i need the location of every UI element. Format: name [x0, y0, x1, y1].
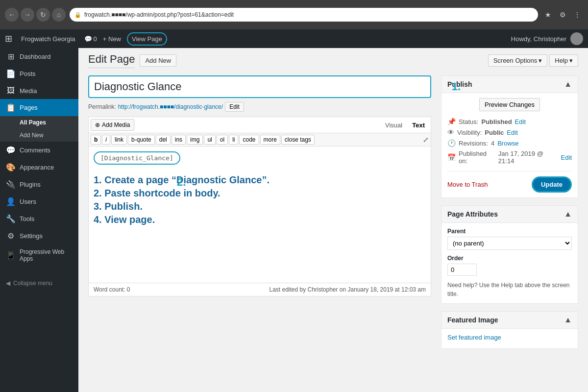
- site-name-link[interactable]: Frogwatch Georgia: [18, 29, 78, 48]
- featured-image-toggle[interactable]: ▲: [564, 316, 572, 324]
- star-button[interactable]: ★: [542, 9, 554, 21]
- update-button[interactable]: Update: [532, 176, 572, 193]
- sidebar-item-settings[interactable]: ⚙ Settings: [0, 227, 78, 245]
- shortcode-content: [Diagnostic_Glance]: [94, 151, 180, 165]
- posts-icon: 📄: [6, 69, 16, 78]
- close-tags-button[interactable]: close tags: [281, 135, 315, 145]
- annotation-label-2: 2.: [177, 176, 186, 189]
- sidebar-item-pwa[interactable]: 📱 Progressive Web Apps: [0, 245, 78, 266]
- img-button[interactable]: img: [187, 135, 203, 145]
- visibility-edit-link[interactable]: Edit: [507, 129, 517, 136]
- screen-options-button[interactable]: Screen Options ▾: [488, 54, 548, 67]
- comments-icon-bar: 💬 0: [84, 35, 97, 43]
- parent-label: Parent: [447, 228, 572, 235]
- sidebar-item-plugins[interactable]: 🔌 Plugins: [0, 176, 78, 193]
- expand-editor-button[interactable]: ⤢: [423, 136, 429, 144]
- sidebar-item-posts[interactable]: 📄 Posts: [0, 65, 78, 82]
- instruction-1: 1. Create a page “Diagnostic Glance”.: [94, 174, 426, 186]
- revisions-label: Revisions:: [459, 140, 488, 147]
- text-tab-button[interactable]: Text: [408, 120, 429, 131]
- comments-icon: 💬: [6, 146, 16, 155]
- parent-select[interactable]: (no parent): [447, 237, 572, 250]
- side-panels: Publish ▲ Preview Changes 📌 Status: Publ…: [441, 75, 578, 356]
- published-on-row: 📅 Published on: Jan 17, 2019 @ 21:14 Edi…: [447, 148, 572, 166]
- revisions-browse-link[interactable]: Browse: [497, 140, 518, 147]
- page-attributes-title: Page Attributes: [447, 210, 498, 218]
- page-attributes-panel-header[interactable]: Page Attributes ▲: [441, 206, 578, 223]
- help-button[interactable]: Help ▾: [549, 54, 578, 67]
- blockquote-button[interactable]: b-quote: [128, 135, 155, 145]
- publish-panel-header[interactable]: Publish ▲: [441, 76, 578, 93]
- li-button[interactable]: li: [229, 135, 238, 145]
- sidebar-item-comments[interactable]: 💬 Comments: [0, 142, 78, 159]
- sidebar-item-tools[interactable]: 🔧 Tools: [0, 210, 78, 227]
- browser-actions: ★ ⚙ ⋮: [542, 9, 583, 21]
- sidebar-submenu-add-new[interactable]: Add New: [0, 129, 78, 142]
- page-attributes-panel: Page Attributes ▲ Parent (no parent) Ord…: [441, 205, 578, 304]
- menu-button[interactable]: ⋮: [571, 9, 583, 21]
- refresh-button[interactable]: ↻: [36, 8, 50, 22]
- revisions-row: 🕐 Revisions: 4 Browse: [447, 138, 572, 148]
- add-media-button[interactable]: ⊕ Add Media: [91, 119, 134, 131]
- order-form-row: Order: [447, 255, 572, 276]
- url-text: frogwatch.■■■■/wp-admin/post.php?post=61…: [84, 11, 533, 18]
- page-title: Edit Page: [88, 53, 135, 68]
- sidebar-item-pages[interactable]: 📋 Pages: [0, 99, 78, 116]
- ol-button[interactable]: ol: [217, 135, 228, 145]
- publish-panel-toggle[interactable]: ▲: [564, 80, 572, 89]
- wp-logo-icon: ⊞: [5, 33, 12, 44]
- more-button[interactable]: more: [260, 135, 280, 145]
- move-to-trash-link[interactable]: Move to Trash: [447, 181, 488, 188]
- del-button[interactable]: del: [156, 135, 171, 145]
- sidebar-item-dashboard[interactable]: ⊞ Dashboard: [0, 48, 78, 65]
- back-button[interactable]: ←: [5, 8, 19, 22]
- pages-submenu: All Pages Add New: [0, 116, 78, 142]
- permalink-link[interactable]: http://frogwatch.■■■■/diagnostic-glance/: [118, 103, 223, 110]
- page-attributes-toggle[interactable]: ▲: [564, 210, 572, 219]
- status-edit-link[interactable]: Edit: [515, 118, 526, 125]
- sidebar-item-media[interactable]: 🖼 Media: [0, 82, 78, 99]
- bold-button[interactable]: b: [91, 135, 101, 145]
- ul-button[interactable]: ul: [204, 135, 215, 145]
- address-bar[interactable]: 🔒 frogwatch.■■■■/wp-admin/post.php?post=…: [70, 8, 538, 22]
- ins-button[interactable]: ins: [172, 135, 186, 145]
- permalink-edit-button[interactable]: Edit: [225, 102, 244, 112]
- editor-footer: Word count: 0 Last edited by Christopher…: [88, 283, 431, 296]
- tools-icon: 🔧: [6, 214, 16, 223]
- set-featured-image-link[interactable]: Set featured image: [447, 334, 501, 341]
- status-row: 📌 Status: Published Edit: [447, 116, 572, 127]
- extensions-button[interactable]: ⚙: [557, 9, 568, 21]
- home-button[interactable]: ⌂: [52, 8, 66, 22]
- code-button[interactable]: code: [239, 135, 259, 145]
- attributes-help-text: Need help? Use the Help tab above the sc…: [447, 281, 572, 298]
- revisions-count: 4: [491, 140, 494, 147]
- view-page-button[interactable]: View Page: [127, 32, 167, 46]
- collapse-menu[interactable]: ◀ Collapse menu: [0, 276, 78, 291]
- sidebar-item-appearance[interactable]: 🎨 Appearance: [0, 159, 78, 176]
- preview-changes-button[interactable]: Preview Changes: [479, 98, 540, 111]
- sidebar-item-users[interactable]: 👤 Users: [0, 193, 78, 210]
- post-title-input[interactable]: [88, 75, 431, 98]
- link-button[interactable]: link: [111, 135, 127, 145]
- title-area: 1.: [88, 75, 431, 102]
- featured-image-panel-header[interactable]: Featured Image ▲: [441, 312, 578, 329]
- dropdown-arrow-icon: ▾: [539, 57, 542, 64]
- page-header: Edit Page Add New Screen Options ▾ Help …: [78, 48, 588, 68]
- editor-body[interactable]: [Diagnostic_Glance] 2. 1. Create a page …: [88, 146, 431, 283]
- publish-panel: Publish ▲ Preview Changes 📌 Status: Publ…: [441, 75, 578, 198]
- published-on-edit-link[interactable]: Edit: [561, 154, 572, 161]
- sidebar-submenu-all-pages[interactable]: All Pages: [0, 116, 78, 129]
- italic-button[interactable]: i: [102, 135, 110, 145]
- add-new-button[interactable]: Add New: [140, 54, 176, 67]
- visual-tab-button[interactable]: Visual: [381, 120, 406, 131]
- browser-chrome: ← → ↻ ⌂ 🔒 frogwatch.■■■■/wp-admin/post.p…: [0, 0, 588, 29]
- forward-button[interactable]: →: [21, 8, 34, 22]
- status-label: Status:: [459, 118, 478, 125]
- content-area: 1. Permalink: http://frogwatch.■■■■/diag…: [78, 68, 588, 364]
- parent-form-row: Parent (no parent): [447, 228, 572, 250]
- new-content-link[interactable]: + New: [103, 35, 121, 43]
- order-input[interactable]: [447, 264, 477, 276]
- visibility-row: 👁 Visibility: Public Edit: [447, 127, 572, 138]
- editor-toolbar: ⊕ Add Media Visual Text: [88, 117, 431, 133]
- order-label: Order: [447, 255, 572, 262]
